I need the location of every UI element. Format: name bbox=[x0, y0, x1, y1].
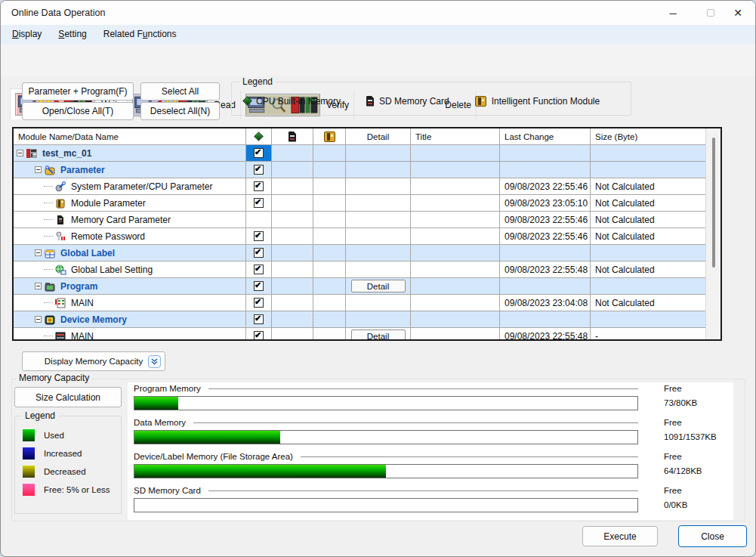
open-close-all-button[interactable]: Open/Close All(T) bbox=[22, 102, 134, 120]
program-memory-fill bbox=[134, 397, 178, 410]
program-icon bbox=[44, 280, 56, 292]
collapse-icon[interactable] bbox=[35, 283, 42, 289]
data-memory-track bbox=[134, 430, 638, 444]
legend-item-free-5pct: Free: 5% or Less bbox=[23, 484, 121, 496]
device-label-memory-fill bbox=[134, 465, 386, 478]
device-memory-icon bbox=[44, 314, 56, 326]
table-scrollbar[interactable] bbox=[705, 128, 721, 339]
device-label-memory-track bbox=[134, 464, 638, 478]
display-memory-capacity-button[interactable]: Display Memory Capacity bbox=[22, 351, 165, 371]
table-row-remote-password[interactable]: Remote Password 09/08/2023 22:55:46 Not … bbox=[14, 228, 705, 245]
legend-item-sd-card: SD Memory Card bbox=[366, 96, 449, 107]
size-calculation-button[interactable]: Size Calculation bbox=[14, 387, 122, 407]
titlebar: Online Data Operation ─ ✕ bbox=[1, 1, 755, 25]
header-cpu-memory bbox=[246, 128, 272, 145]
menu-setting[interactable]: Setting bbox=[50, 25, 94, 44]
operation-tabstrip: Write Read bbox=[1, 44, 755, 76]
header-last-change: Last Change bbox=[500, 128, 591, 145]
cpu-checkbox[interactable] bbox=[254, 298, 264, 308]
device-memory-main-icon bbox=[54, 330, 66, 342]
cpu-checkbox[interactable] bbox=[254, 181, 264, 191]
device-label-memory-bar: Device/Label Memory (File Storage Area) … bbox=[128, 450, 733, 484]
collapse-icon[interactable] bbox=[35, 166, 42, 173]
table-header-row: Module Name/Data Name Detail Title Last … bbox=[14, 128, 705, 145]
legend-item-cpu-memory: CPU Built-in Memory bbox=[244, 96, 341, 107]
collapse-icon[interactable] bbox=[17, 150, 23, 156]
window-title: Online Data Operation bbox=[11, 1, 105, 25]
cpu-checkbox[interactable] bbox=[254, 198, 264, 208]
parameter-icon bbox=[44, 164, 56, 176]
detail-button[interactable]: Detail bbox=[351, 330, 406, 341]
close-window-button[interactable]: ✕ bbox=[721, 1, 755, 25]
cpu-checkbox[interactable] bbox=[254, 165, 264, 175]
memory-bars-panel: Program Memory Free73/80KB Data Memory F… bbox=[128, 382, 733, 520]
table-row-module-parameter[interactable]: Module Parameter 09/08/2023 23:05:10 Not… bbox=[14, 195, 705, 212]
free-swatch bbox=[23, 484, 35, 496]
collapse-icon[interactable] bbox=[35, 316, 42, 323]
menu-related-functions[interactable]: Related Functions bbox=[95, 25, 185, 44]
program-memory-bar: Program Memory Free73/80KB bbox=[128, 382, 733, 416]
table-row-device-memory[interactable]: Device Memory bbox=[14, 311, 705, 328]
scrollbar-thumb[interactable] bbox=[712, 138, 715, 268]
chevron-double-down-icon bbox=[148, 355, 161, 368]
maximize-icon bbox=[707, 9, 714, 17]
remote-password-icon bbox=[54, 231, 66, 243]
memory-legend-title: Legend bbox=[22, 410, 58, 421]
plc-module-icon bbox=[26, 147, 38, 159]
program-memory-track bbox=[134, 396, 638, 410]
table-row-global-label-setting[interactable]: Global Label Setting 09/08/2023 22:55:48… bbox=[14, 261, 705, 278]
data-memory-bar: Data Memory Free1091/1537KB bbox=[128, 416, 733, 450]
program-main-icon bbox=[54, 297, 66, 309]
menubar: Display Setting Related Functions bbox=[1, 25, 755, 44]
header-title: Title bbox=[411, 128, 500, 145]
table-row-system-parameter[interactable]: System Parameter/CPU Parameter 09/08/202… bbox=[14, 178, 705, 195]
online-data-operation-dialog: Online Data Operation ─ ✕ Display Settin… bbox=[0, 0, 756, 557]
table-row-memory-card-parameter[interactable]: Memory Card Parameter 09/08/2023 22:55:4… bbox=[14, 212, 705, 228]
legend-groupbox: Legend CPU Built-in Memory SD Memory Car… bbox=[231, 82, 631, 116]
cpu-checkbox[interactable] bbox=[254, 331, 264, 341]
select-all-button[interactable]: Select All bbox=[140, 82, 220, 101]
menu-display[interactable]: Display bbox=[4, 25, 50, 44]
collapse-icon[interactable] bbox=[35, 249, 42, 256]
header-size: Size (Byte) bbox=[591, 128, 705, 145]
legend-item-decreased: Decreased bbox=[23, 466, 121, 478]
cpu-checkbox[interactable] bbox=[254, 148, 264, 158]
module-data-table: Module Name/Data Name Detail Title Last … bbox=[12, 127, 722, 341]
table-row-device-memory-main[interactable]: MAIN Detail 09/08/2023 22:55:48 - bbox=[14, 328, 705, 341]
global-label-setting-icon bbox=[54, 264, 66, 276]
table-row-test-mc-01[interactable]: test_mc_01 bbox=[14, 145, 705, 162]
memory-legend-groupbox: Legend Used Increased Decreased Free: 5%… bbox=[14, 416, 122, 514]
sd-memory-card-track bbox=[134, 498, 638, 512]
header-module-name: Module Name/Data Name bbox=[14, 128, 246, 145]
table-row-parameter[interactable]: Parameter bbox=[14, 162, 705, 178]
table-row-program-main[interactable]: MAIN 09/08/2023 23:04:08 Not Calculated bbox=[14, 295, 705, 311]
decreased-swatch bbox=[23, 466, 35, 478]
header-sd-card bbox=[272, 128, 313, 145]
intelligent-function-module-icon bbox=[324, 132, 335, 142]
sd-memory-card-icon bbox=[289, 132, 296, 142]
cpu-checkbox[interactable] bbox=[254, 231, 264, 241]
used-swatch bbox=[23, 429, 35, 441]
legend-item-used: Used bbox=[23, 429, 121, 441]
detail-button[interactable]: Detail bbox=[351, 280, 406, 292]
minimize-button[interactable]: ─ bbox=[656, 1, 690, 25]
cpu-checkbox[interactable] bbox=[254, 248, 264, 258]
legend-item-increased: Increased bbox=[23, 447, 121, 460]
table-row-global-label[interactable]: Global Label bbox=[14, 245, 705, 261]
table-row-program[interactable]: Program Detail bbox=[14, 278, 705, 295]
header-intelligent-function bbox=[313, 128, 346, 145]
cpu-built-in-memory-icon bbox=[242, 96, 252, 106]
module-parameter-icon bbox=[54, 197, 66, 209]
close-button[interactable]: Close bbox=[678, 525, 747, 547]
parameter-program-button[interactable]: Parameter + Program(F) bbox=[22, 82, 134, 101]
cpu-checkbox[interactable] bbox=[254, 265, 264, 274]
memory-card-icon bbox=[54, 214, 66, 226]
cpu-checkbox[interactable] bbox=[254, 281, 264, 291]
deselect-all-button[interactable]: Deselect All(N) bbox=[140, 102, 220, 120]
header-detail: Detail bbox=[346, 128, 411, 145]
cpu-checkbox[interactable] bbox=[254, 314, 264, 324]
increased-swatch bbox=[23, 447, 35, 460]
legend-title: Legend bbox=[239, 76, 276, 87]
global-label-icon bbox=[44, 247, 56, 259]
execute-button[interactable]: Execute bbox=[582, 526, 658, 546]
